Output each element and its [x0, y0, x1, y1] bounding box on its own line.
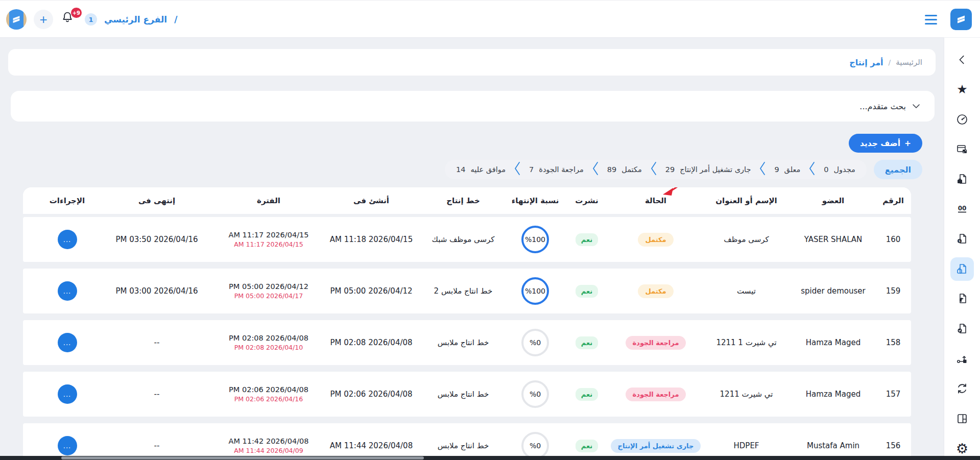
col-header-name[interactable]: الإسم أو العنوان [702, 196, 791, 205]
production-order-document-icon[interactable] [950, 257, 974, 281]
cell-member: Mustafa Amin [791, 441, 875, 450]
cell-created-at: PM 02:06 2026/04/08 [323, 390, 420, 399]
table-row[interactable]: 157 Hamza Maged تي شيرت 1211 مراجعة الجو… [23, 372, 911, 417]
col-header-actions: الإجراءات [35, 196, 99, 205]
inventory-document-icon[interactable] [950, 287, 974, 311]
cell-production-line: كرسى موظف شبك [420, 235, 507, 244]
status-filter-pill: مجدول 0 معلق 9 جارى تشغيل أمر الإنتاج 29 [445, 160, 867, 179]
row-actions-button[interactable]: ... [58, 384, 77, 404]
status-filter-bar: الجميع مجدول 0 معلق 9 جارى تشغيل أمر الإ… [0, 160, 922, 179]
status-badge: مكتمل [638, 233, 673, 247]
table-row[interactable]: 156 Mustafa Amin HDPEF جارى تشغيل أمر ال… [23, 423, 911, 460]
cell-period: PM 05:00 2026/04/12 PM 05:00 2026/04/17 [214, 282, 323, 300]
progress-ring: %100 [521, 277, 549, 305]
production-orders-table: الرقم العضو الإسم أو العنوان الحالة نشرت… [23, 187, 911, 460]
cell-number: 159 [875, 286, 911, 296]
table-row[interactable]: 159 spider demouser تيست مكتمل نعم %100 … [23, 269, 911, 313]
table-row[interactable]: 160 YASER SHALAN كرسى موظف مكتمل نعم %10… [23, 217, 911, 262]
col-header-progress[interactable]: نسبة الإنتهاء [507, 196, 564, 205]
chevron-separator-icon [759, 161, 766, 178]
col-header-line[interactable]: خط إنتاج [420, 196, 507, 205]
collapse-chevron-icon[interactable] [950, 48, 974, 71]
table-body: 160 YASER SHALAN كرسى موظف مكتمل نعم %10… [23, 214, 911, 460]
progress-ring: %0 [521, 432, 549, 459]
add-new-button[interactable]: + أضف جديد [849, 134, 922, 153]
published-badge: نعم [576, 388, 598, 401]
cell-ended-at: -- [99, 390, 214, 399]
quick-add-button[interactable]: + [34, 10, 53, 29]
advanced-search-label: بحث متقدم... [859, 102, 906, 111]
page-title: أمر إنتاج [849, 58, 883, 67]
filter-quality-review-chip[interactable]: مراجعة الجودة 7 [529, 165, 584, 174]
screens-window-icon[interactable] [950, 138, 974, 161]
sync-icon[interactable] [950, 377, 974, 400]
row-actions-button[interactable]: ... [58, 281, 77, 301]
status-badge: مراجعة الجودة [626, 336, 686, 350]
red-annotation-arrow [661, 187, 679, 201]
col-header-number[interactable]: الرقم [875, 196, 911, 205]
chevron-separator-icon [650, 161, 657, 178]
cell-number: 160 [875, 235, 911, 244]
company-avatar[interactable] [6, 9, 27, 30]
filter-all-chip[interactable]: الجميع [874, 160, 922, 179]
row-actions-button[interactable]: ... [58, 333, 77, 352]
published-badge: نعم [576, 285, 598, 298]
filter-scheduled-chip[interactable]: مجدول 0 [824, 165, 855, 174]
status-badge: مكتمل [638, 284, 673, 298]
svg-text:00: 00 [958, 205, 967, 212]
col-header-member[interactable]: العضو [791, 196, 875, 205]
progress-ring: %0 [521, 380, 549, 408]
row-actions-button[interactable]: ... [58, 436, 77, 455]
briefcase-document-icon[interactable] [950, 167, 974, 191]
branch-count-badge: 1 [85, 13, 97, 26]
scrollbar-thumb[interactable] [61, 456, 424, 459]
svg-text:$: $ [959, 239, 961, 243]
notifications-button[interactable]: +9 [60, 10, 78, 29]
cell-member: Hamza Maged [791, 338, 875, 347]
menu-toggle-button[interactable] [923, 13, 939, 27]
plus-icon: + [904, 139, 911, 148]
breadcrumb-home-link[interactable]: الرئيسية [896, 58, 922, 67]
logo-s-icon [11, 14, 22, 25]
advanced-search-toggle[interactable]: بحث متقدم... [11, 91, 935, 122]
col-header-ended[interactable]: إنتهى فى [99, 196, 214, 205]
filter-running-chip[interactable]: جارى تشغيل أمر الإنتاج 29 [665, 165, 751, 174]
cell-number: 156 [875, 441, 911, 450]
chevron-separator-icon [514, 161, 521, 178]
row-actions-button[interactable]: ... [58, 230, 77, 249]
cell-number: 158 [875, 338, 911, 347]
branch-separator: / [174, 14, 177, 25]
table-row[interactable]: 158 Hamza Maged تي شيرت 1 1211 مراجعة ال… [23, 320, 911, 365]
breadcrumb: الرئيسية / أمر إنتاج [8, 49, 936, 76]
cell-production-line: خط انتاج ملابس [420, 441, 507, 450]
logo-s-icon [955, 13, 967, 26]
dashboard-gauge-icon[interactable] [950, 108, 974, 131]
chevron-down-icon [912, 102, 920, 111]
progress-ring: %0 [521, 329, 549, 356]
status-badge: جارى تشغيل أمر الإنتاج [611, 439, 701, 453]
main-sidebar: ★ 00 $ ⚙ [944, 38, 980, 460]
col-header-created[interactable]: أنشئ فى [323, 196, 420, 205]
app-logo[interactable] [950, 9, 972, 30]
cell-name: HDPEF [702, 441, 791, 450]
horizontal-scrollbar[interactable] [0, 456, 980, 460]
filter-approved-chip[interactable]: موافق عليه 14 [456, 165, 506, 174]
favorites-star-icon[interactable]: ★ [950, 78, 974, 102]
counter-display-icon[interactable]: 00 [950, 198, 974, 221]
cell-member: Hamza Maged [791, 390, 875, 399]
cell-period: PM 02:06 2026/04/08 PM 02:06 2026/04/16 [214, 385, 323, 403]
branch-title[interactable]: الفرع الرئيسي [104, 14, 167, 25]
col-header-status[interactable]: الحالة [610, 196, 702, 205]
cell-name: تيست [702, 286, 791, 296]
workflow-icon[interactable] [950, 347, 974, 371]
col-header-period[interactable]: الفترة [214, 196, 323, 205]
col-header-published[interactable]: نشرت [564, 196, 610, 205]
cell-production-line: خط انتاج ملابس 2 [420, 286, 507, 296]
filter-completed-chip[interactable]: مكتمل 89 [607, 165, 642, 174]
cell-member: spider demouser [791, 286, 875, 296]
finance-document-icon[interactable]: $ [950, 227, 974, 251]
approved-document-icon[interactable] [950, 317, 974, 341]
filter-pending-chip[interactable]: معلق 9 [774, 165, 800, 174]
layout-grid-icon[interactable] [950, 407, 974, 430]
cell-ended-at: -- [99, 338, 214, 347]
